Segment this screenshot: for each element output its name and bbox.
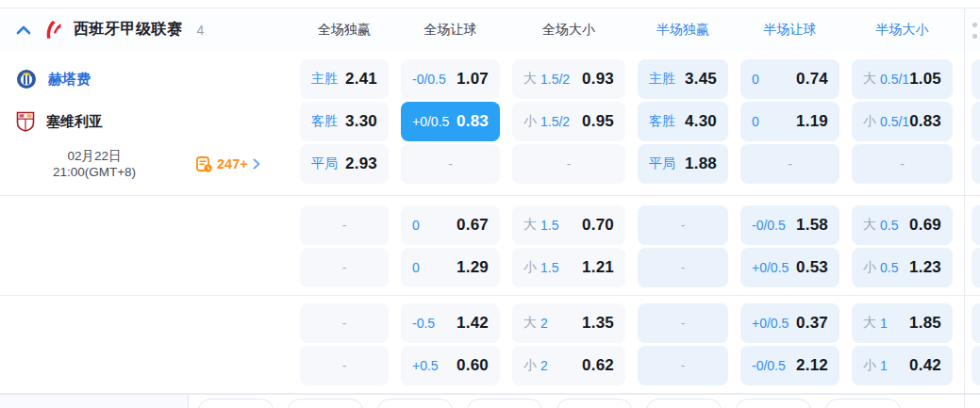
odds-handicap-label: 0.5 <box>880 260 898 275</box>
filter-strip-left-cell <box>0 395 189 408</box>
odds-cell-empty: - <box>638 205 728 245</box>
odds-cell-empty: - <box>300 205 389 245</box>
odds-handicap-label: +0/0.5 <box>752 316 789 331</box>
odds-cell[interactable]: 小0.51.23 <box>852 248 953 287</box>
kickoff-time: 02月22日 21:00(GMT+8) <box>0 148 189 180</box>
clipped-next-group-cell <box>972 59 980 99</box>
odds-value: 0.69 <box>909 216 941 235</box>
odds-cell[interactable]: 小1.51.21 <box>512 248 625 287</box>
odds-handicap-label: 2 <box>540 358 548 373</box>
odds-value: 1.05 <box>909 70 941 89</box>
odds-cell[interactable]: 00.74 <box>740 59 839 99</box>
home-team-row[interactable]: 赫塔费 <box>0 59 288 99</box>
market-filter-pill[interactable] <box>556 399 632 408</box>
odds-cell[interactable]: 小10.42 <box>852 346 953 385</box>
odds-cell[interactable]: 大1.50.70 <box>512 205 625 245</box>
over-under-prefix: 大 <box>863 315 876 332</box>
odds-cell[interactable]: 大0.5/11.05 <box>852 59 953 99</box>
odds-cell[interactable]: 主胜3.45 <box>638 59 728 99</box>
odds-cell[interactable]: 小0.5/10.83 <box>852 102 953 141</box>
odds-cell[interactable]: +0/0.50.37 <box>740 303 839 343</box>
market-filter-pill[interactable] <box>825 399 901 408</box>
odds-cell[interactable]: 平局1.88 <box>638 144 728 184</box>
league-header: 西班牙甲级联赛 4 <box>0 20 288 40</box>
odds-cell-empty: - <box>638 248 728 287</box>
odds-value: 0.95 <box>582 112 614 131</box>
sevilla-badge-icon <box>16 111 35 132</box>
odds-handicap-label: 0.5 <box>880 218 898 233</box>
market-filter-pill[interactable] <box>198 399 274 408</box>
odds-cell[interactable]: -0.51.42 <box>401 303 500 343</box>
odds-handicap-label: 2 <box>540 316 548 331</box>
over-under-prefix: 大 <box>523 315 537 332</box>
odds-cell[interactable]: 01.29 <box>401 248 500 287</box>
over-under-prefix: 小 <box>863 357 876 374</box>
odds-line-label: +0.5 <box>412 358 439 373</box>
market-filter-pill[interactable] <box>736 399 811 408</box>
odds-handicap-label: 主胜 <box>311 71 338 88</box>
odds-line-label: 小1 <box>863 357 888 374</box>
more-markets-link[interactable]: 247+ <box>196 156 260 172</box>
odds-line-label: -0/0.5 <box>752 358 786 373</box>
empty-odds-dash: - <box>567 156 572 171</box>
odds-row: -+0.50.60小20.62--0/0.52.12小10.42 <box>0 346 980 385</box>
over-under-prefix: 小 <box>863 113 876 130</box>
odds-line-label: -0/0.5 <box>412 72 446 87</box>
odds-handicap-label: 1.5/2 <box>540 114 570 129</box>
getafe-badge-icon <box>16 69 37 90</box>
odds-line-label: 0 <box>412 260 420 275</box>
odds-cell[interactable]: 平局2.93 <box>300 144 389 184</box>
odds-cell-empty: - <box>638 346 728 385</box>
odds-cell[interactable]: 主胜2.41 <box>300 59 389 99</box>
odds-value: 1.58 <box>796 216 828 235</box>
odds-value: 1.88 <box>685 155 717 173</box>
odds-handicap-label: -0/0.5 <box>752 218 786 233</box>
column-header-half-4: 半场让球 <box>740 22 839 39</box>
away-team-row[interactable]: 塞维利亚 <box>0 102 288 141</box>
odds-cell[interactable]: 小1.5/20.95 <box>512 102 625 141</box>
filter-pills <box>198 399 901 408</box>
match-meta-row: 02月22日 21:00(GMT+8) 247+ <box>0 144 288 184</box>
odds-row: --0.51.42大21.35-+0/0.50.37大11.85 <box>0 303 980 343</box>
odds-cell[interactable]: 00.67 <box>401 205 500 245</box>
odds-line-label: 平局 <box>649 155 675 172</box>
column-header-full-0: 全场独赢 <box>300 22 389 39</box>
odds-cell-empty: - <box>300 248 389 287</box>
over-under-prefix: 大 <box>523 217 537 234</box>
market-filter-pill[interactable] <box>646 399 722 408</box>
collapse-chevron-up-icon[interactable] <box>16 25 31 35</box>
odds-cell[interactable]: -0/0.52.12 <box>740 346 839 385</box>
odds-cell[interactable]: 客胜3.30 <box>300 102 389 141</box>
odds-cell[interactable]: 客胜4.30 <box>638 102 728 141</box>
odds-value: 4.30 <box>685 112 717 131</box>
market-filter-pill[interactable] <box>377 399 453 408</box>
odds-cell[interactable]: 大21.35 <box>512 303 625 343</box>
tertiary-markets-block: --0.51.42大21.35-+0/0.50.37大11.85-+0.50.6… <box>0 296 980 394</box>
odds-cell[interactable]: 大0.50.69 <box>852 205 953 245</box>
odds-cell[interactable]: +0/0.50.53 <box>740 248 839 287</box>
odds-cell[interactable]: +0/0.50.83 <box>401 102 500 141</box>
odds-value: 3.45 <box>685 70 717 89</box>
odds-cell[interactable]: +0.50.60 <box>401 346 500 385</box>
kickoff-date: 02月22日 <box>0 148 189 164</box>
odds-handicap-label: +0/0.5 <box>752 260 789 275</box>
odds-value: 1.19 <box>796 112 828 131</box>
market-filter-pill[interactable] <box>288 399 363 408</box>
column-header-half-5: 半场大小 <box>852 22 953 39</box>
odds-handicap-label: 客胜 <box>649 113 675 130</box>
odds-cell[interactable]: 大11.85 <box>852 303 953 343</box>
odds-cell[interactable]: -0/0.51.58 <box>740 205 839 245</box>
odds-cell[interactable]: -0/0.51.07 <box>401 59 500 99</box>
over-under-prefix: 大 <box>863 217 876 234</box>
column-header-full-1: 全场让球 <box>401 22 500 39</box>
odds-cell-empty: - <box>300 303 389 343</box>
market-filter-pill[interactable] <box>467 399 542 408</box>
odds-value: 0.83 <box>909 112 941 131</box>
odds-cell[interactable]: 大1.5/20.93 <box>512 59 625 99</box>
column-header-full-2: 全场大小 <box>512 22 625 39</box>
odds-cell[interactable]: 小20.62 <box>512 346 625 385</box>
empty-odds-dash: - <box>681 260 686 275</box>
odds-value: 0.83 <box>457 112 489 131</box>
odds-handicap-label: 1.5 <box>540 260 558 275</box>
odds-cell[interactable]: 01.19 <box>740 102 839 141</box>
